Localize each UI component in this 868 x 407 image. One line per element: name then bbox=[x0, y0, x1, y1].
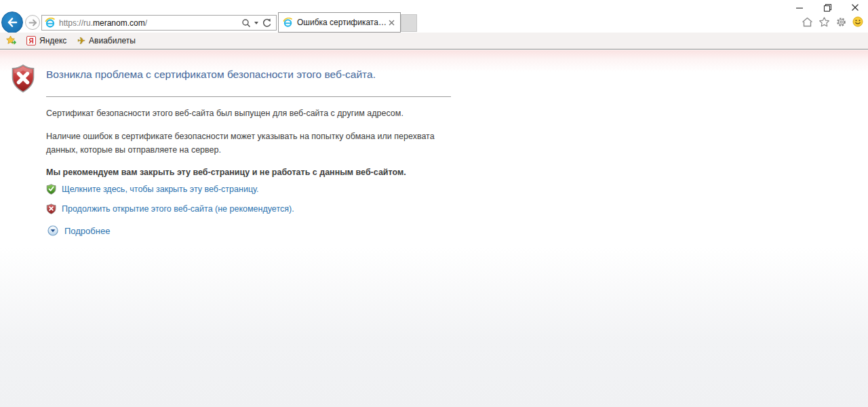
favorite-label: Авиабилеты bbox=[89, 36, 136, 45]
refresh-icon[interactable] bbox=[262, 18, 272, 28]
back-arrow-icon bbox=[6, 16, 18, 28]
details-expander[interactable]: Подробнее bbox=[47, 225, 110, 236]
paragraph-cert-address: Сертификат безопасности этого веб-сайта … bbox=[46, 106, 403, 120]
favorites-star-icon[interactable] bbox=[818, 16, 830, 28]
search-dropdown-icon[interactable] bbox=[254, 22, 258, 24]
tab-close-icon[interactable] bbox=[387, 18, 396, 27]
close-window-icon[interactable] bbox=[850, 3, 860, 12]
details-label: Подробнее bbox=[64, 226, 110, 236]
window-controls bbox=[795, 3, 860, 12]
favorite-label: Яндекс bbox=[39, 36, 66, 45]
favorites-bar: Я Яндекс ✈ Авиабилеты bbox=[0, 33, 868, 50]
divider bbox=[46, 96, 451, 97]
url-text[interactable]: https://ru.meranom.com/ bbox=[59, 18, 241, 28]
favorite-yandex[interactable]: Я Яндекс bbox=[26, 36, 66, 45]
tab-title: Ошибка сертификата: пер... bbox=[297, 18, 387, 27]
minimize-icon[interactable] bbox=[795, 3, 804, 12]
forward-arrow-icon bbox=[28, 18, 37, 27]
address-bar-tools bbox=[241, 18, 273, 28]
search-icon[interactable] bbox=[241, 18, 251, 28]
paragraph-cert-warning: Наличие ошибок в сертификате безопасност… bbox=[46, 130, 467, 157]
continue-website-link[interactable]: Продолжить открытие этого веб-сайта (не … bbox=[62, 204, 294, 214]
title-bar bbox=[0, 0, 868, 12]
url-domain: meranom.com bbox=[93, 18, 145, 28]
certificate-error-page: Возникла проблема с сертификатом безопас… bbox=[0, 50, 868, 407]
feedback-smiley-icon[interactable] bbox=[852, 16, 864, 28]
navigation-bar: https://ru.meranom.com/ Ошибка сертифик bbox=[0, 12, 868, 33]
home-icon[interactable] bbox=[801, 16, 813, 28]
red-shield-x-icon bbox=[46, 204, 56, 214]
new-tab-button[interactable] bbox=[401, 14, 417, 32]
page-title: Возникла проблема с сертификатом безопас… bbox=[46, 69, 376, 81]
tab-certificate-error[interactable]: Ошибка сертификата: пер... bbox=[278, 12, 401, 33]
settings-gear-icon[interactable] bbox=[835, 16, 847, 28]
add-favorite-icon[interactable] bbox=[5, 35, 18, 46]
browser-window: https://ru.meranom.com/ Ошибка сертифик bbox=[0, 0, 868, 407]
url-scheme: https://ru. bbox=[59, 18, 93, 28]
favorite-avia[interactable]: ✈ Авиабилеты bbox=[77, 35, 135, 46]
url-path: / bbox=[145, 18, 147, 28]
chevron-down-icon bbox=[47, 225, 58, 236]
security-error-shield-icon bbox=[10, 64, 36, 96]
close-page-row: Щелкните здесь, чтобы закрыть эту веб-ст… bbox=[46, 184, 259, 195]
toolbar-right bbox=[801, 16, 864, 28]
address-bar[interactable]: https://ru.meranom.com/ bbox=[41, 15, 277, 31]
plane-icon: ✈ bbox=[77, 35, 85, 46]
restore-icon[interactable] bbox=[823, 3, 832, 12]
recommendation-text: Мы рекомендуем вам закрыть эту веб-стран… bbox=[46, 166, 406, 179]
continue-row: Продолжить открытие этого веб-сайта (не … bbox=[46, 204, 294, 214]
close-webpage-link[interactable]: Щелкните здесь, чтобы закрыть эту веб-ст… bbox=[62, 185, 259, 194]
back-button[interactable] bbox=[1, 12, 23, 33]
yandex-favicon: Я bbox=[26, 36, 36, 45]
green-shield-check-icon bbox=[46, 184, 56, 195]
ie-favicon bbox=[45, 18, 56, 28]
tab-ie-favicon bbox=[283, 18, 293, 28]
forward-button[interactable] bbox=[25, 15, 40, 30]
